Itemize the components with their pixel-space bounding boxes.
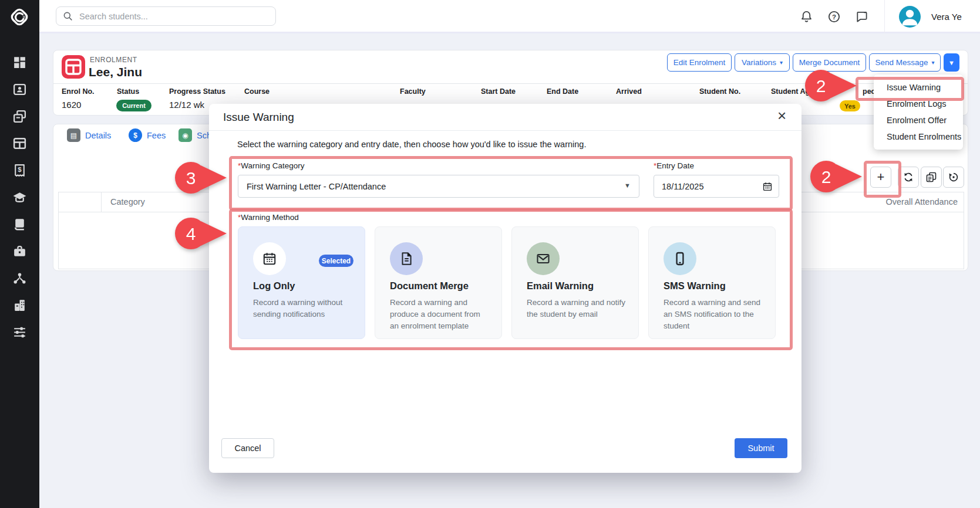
calendar-icon	[762, 181, 773, 192]
callout-2-add-button: 2	[809, 160, 863, 194]
sidebar-item-finance[interactable]	[12, 163, 27, 178]
help-icon[interactable]	[827, 10, 841, 23]
method-card-sms-warning[interactable]: SMS Warning Record a warning and send an…	[648, 226, 776, 339]
method-card-document-merge[interactable]: Document Merge Record a warning and prod…	[375, 226, 502, 339]
sidebar-item-offers[interactable]	[12, 109, 27, 124]
sidebar-item-dashboard[interactable]	[12, 55, 27, 70]
fees-icon: $	[129, 128, 142, 142]
user-avatar[interactable]	[899, 6, 921, 28]
progress-status-value: 12/12 wk	[169, 100, 204, 110]
document-icon	[390, 242, 423, 275]
table-column-divider	[101, 192, 102, 212]
menu-item-enrolment-offer[interactable]: Enrolment Offer	[874, 112, 963, 128]
callout-number: 2	[804, 76, 838, 96]
send-message-button[interactable]: Send Message▾	[869, 53, 941, 72]
status-badge: Current	[116, 100, 151, 111]
method-card-email-warning[interactable]: Email Warning Record a warning and notif…	[511, 226, 639, 339]
field-label: Start Date	[481, 87, 516, 96]
selected-badge: Selected	[319, 255, 353, 267]
warning-category-select[interactable]: First Warning Letter - CP/Attendance ▼	[238, 175, 639, 198]
field-label: Enrol No.	[62, 87, 95, 96]
callout-4-method: 4	[174, 216, 228, 250]
sidebar-item-settings[interactable]	[12, 325, 27, 340]
student-name: Lee, Jinu	[89, 65, 142, 79]
enrolment-kicker: ENROLMENT	[90, 56, 137, 64]
modal-header-divider	[209, 130, 801, 131]
search-input[interactable]	[78, 11, 270, 22]
chevron-down-icon: ▼	[624, 182, 631, 189]
sidebar-item-enrolments[interactable]	[12, 136, 27, 151]
search-icon	[62, 11, 73, 22]
modal-instruction: Select the warning category and entry da…	[237, 140, 586, 149]
field-label: Progress Status	[169, 87, 225, 96]
entry-date-input[interactable]: 18/11/2025	[654, 175, 779, 198]
topbar-divider	[884, 0, 885, 33]
warning-category-label: *Warning Category	[238, 161, 305, 170]
submit-button[interactable]: Submit	[735, 438, 787, 458]
duplicate-button[interactable]	[921, 167, 942, 188]
search-bar[interactable]	[56, 6, 276, 26]
calendar-icon	[253, 242, 286, 275]
entry-date-label: *Entry Date	[654, 161, 694, 170]
callout-3-category: 3	[174, 161, 228, 195]
cancel-button[interactable]: Cancel	[221, 438, 274, 458]
phone-icon	[664, 242, 696, 275]
sidebar-item-courses[interactable]	[12, 190, 27, 205]
notifications-bell-icon[interactable]	[800, 10, 813, 23]
column-header-overall-attendance[interactable]: Overall Attendance	[885, 197, 958, 206]
chevron-down-icon: ▼	[948, 59, 955, 66]
field-label: Faculty	[400, 87, 426, 96]
screen: Vera Ye ENROLMENT Lee, Jinu Edit Enrolme…	[0, 0, 980, 508]
field-label: Arrived	[616, 87, 642, 96]
callout-2-menu: 2	[804, 69, 858, 103]
menu-item-student-enrolments[interactable]: Student Enrolments	[874, 128, 963, 145]
callout-number: 4	[174, 224, 208, 244]
tab-fees[interactable]: $ Fees	[129, 128, 166, 142]
add-warning-button[interactable]: +	[870, 167, 891, 188]
callout-number: 2	[809, 167, 843, 187]
schedule-icon: ◉	[179, 128, 192, 142]
close-icon[interactable]: ×	[777, 110, 786, 121]
field-label: Status	[117, 87, 139, 96]
refresh-button[interactable]	[898, 167, 919, 188]
sidebar	[0, 0, 39, 508]
callout-number: 3	[174, 168, 208, 188]
sidebar-item-subjects[interactable]	[12, 217, 27, 232]
sidebar-item-agents[interactable]	[12, 271, 27, 286]
sidebar-item-employers[interactable]	[12, 244, 27, 259]
app-logo[interactable]	[8, 5, 31, 29]
sidebar-item-students[interactable]	[12, 82, 27, 97]
details-icon: ▤	[67, 128, 80, 142]
issue-warning-modal: Issue Warning × Select the warning categ…	[209, 104, 801, 473]
user-name[interactable]: Vera Ye	[931, 12, 962, 22]
tab-schedule[interactable]: ◉ Sch	[179, 128, 211, 142]
variations-button[interactable]: Variations▾	[735, 53, 790, 72]
history-button[interactable]	[943, 167, 964, 188]
chevron-down-icon: ▾	[932, 59, 935, 66]
chevron-down-icon: ▾	[780, 59, 783, 66]
sidebar-item-organisations[interactable]	[12, 298, 27, 313]
field-label: End Date	[547, 87, 578, 96]
field-label: Course	[244, 87, 270, 96]
enrol-no-value: 1620	[62, 100, 81, 110]
modal-title: Issue Warning	[223, 111, 294, 124]
warning-method-label: *Warning Method	[238, 213, 299, 222]
send-message-menu: Issue Warning Enrolment Logs Enrolment O…	[874, 74, 963, 150]
menu-item-enrolment-logs[interactable]: Enrolment Logs	[874, 96, 963, 112]
enrolment-icon	[62, 55, 85, 79]
edit-enrolment-button[interactable]: Edit Enrolment	[667, 53, 732, 72]
method-card-log-only[interactable]: Selected Log Only Record a warning witho…	[238, 226, 365, 339]
tab-details[interactable]: ▤ Details	[67, 128, 111, 142]
menu-item-issue-warning[interactable]: Issue Warning	[874, 79, 963, 96]
field-label: Student No.	[699, 87, 740, 96]
envelope-icon	[527, 242, 560, 275]
column-header-category[interactable]: Category	[110, 197, 145, 206]
messages-icon[interactable]	[855, 10, 868, 23]
more-actions-caret-button[interactable]: ▼	[944, 53, 959, 72]
